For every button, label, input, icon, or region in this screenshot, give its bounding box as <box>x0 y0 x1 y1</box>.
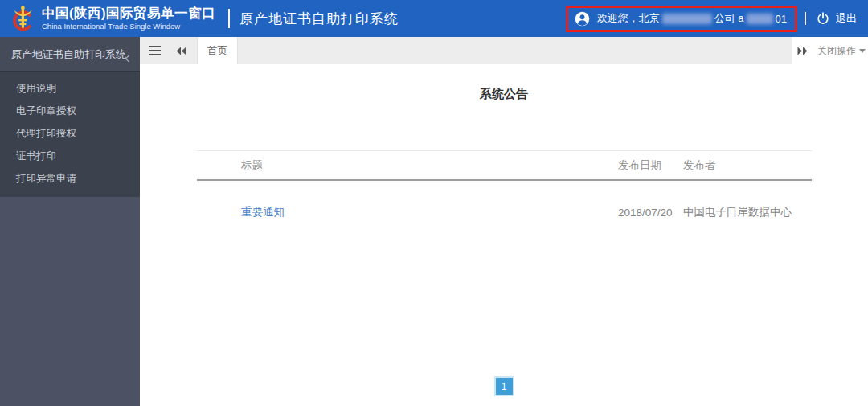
scroll-tabs-left-icon[interactable] <box>176 47 186 55</box>
sidebar-menu: 使用说明 电子印章授权 代理打印授权 证书打印 打印异常申请 <box>0 71 140 197</box>
sidebar-title: 原产地证书自助打印系统 <box>11 48 126 60</box>
page-button-1[interactable]: 1 <box>494 376 514 396</box>
account-suffix: 01 <box>776 13 787 25</box>
tab-bar-right-panel: 关闭操作 <box>792 37 868 64</box>
tab-home-label: 首页 <box>207 44 227 58</box>
brand: 中国(陕西)国际贸易单一窗口 China International Trade… <box>0 4 399 34</box>
notice-publisher: 中国电子口岸数据中心 <box>683 205 812 219</box>
main-content: 系统公告 标题 发布日期 发布者 重要通知 2018/07/20 中国电子口岸数… <box>140 64 868 406</box>
column-header-date: 发布日期 <box>618 158 683 173</box>
redacted-company-name <box>662 14 712 24</box>
tab-bar: 首页 关闭操作 <box>140 37 868 64</box>
sidebar-header[interactable]: 原产地证书自助打印系统 <box>0 37 140 71</box>
tab-home[interactable]: 首页 <box>197 37 238 64</box>
brand-subtitle: China International Trade Single Window <box>42 23 215 31</box>
announcement-table: 标题 发布日期 发布者 重要通知 2018/07/20 中国电子口岸数据中心 <box>197 150 812 219</box>
company-label: 公司 a <box>714 11 744 26</box>
brand-title: 中国(陕西)国际贸易单一窗口 <box>42 6 215 20</box>
close-operations-dropdown[interactable]: 关闭操作 <box>817 44 866 58</box>
logout-button[interactable]: 退出 <box>817 11 857 26</box>
sidebar: 原产地证书自助打印系统 使用说明 电子印章授权 代理打印授权 证书打印 打印异常… <box>0 37 140 406</box>
table-header-row: 标题 发布日期 发布者 <box>197 150 812 181</box>
user-area: 欢迎您，北京 公司 a 01 退出 <box>566 6 868 32</box>
notice-date: 2018/07/20 <box>618 207 683 219</box>
logout-divider <box>805 12 806 25</box>
customs-caduceus-logo-icon <box>8 4 38 34</box>
sidebar-item-usage-instructions[interactable]: 使用说明 <box>0 77 140 100</box>
table-row: 重要通知 2018/07/20 中国电子口岸数据中心 <box>197 205 812 219</box>
user-avatar-icon <box>575 11 590 27</box>
notice-link[interactable]: 重要通知 <box>241 206 285 218</box>
title-divider <box>228 9 230 28</box>
page-title: 系统公告 <box>140 87 868 102</box>
annotation-box: 欢迎您，北京 公司 a 01 <box>566 6 797 32</box>
column-header-title: 标题 <box>197 158 618 173</box>
logout-label: 退出 <box>836 11 857 26</box>
menu-toggle-icon[interactable] <box>149 43 161 58</box>
welcome-text: 欢迎您，北京 <box>597 11 660 26</box>
sidebar-item-agent-print-authorization[interactable]: 代理打印授权 <box>0 122 140 145</box>
redacted-account <box>747 14 773 24</box>
top-header: 中国(陕西)国际贸易单一窗口 China International Trade… <box>0 0 868 37</box>
brand-text: 中国(陕西)国际贸易单一窗口 China International Trade… <box>42 6 215 30</box>
caret-down-icon <box>859 49 866 53</box>
sidebar-item-print-exception-request[interactable]: 打印异常申请 <box>0 167 140 190</box>
pagination: 1 <box>140 376 868 396</box>
app-title: 原产地证书自助打印系统 <box>240 10 399 28</box>
power-icon <box>817 12 829 25</box>
scroll-tabs-right-icon[interactable] <box>797 47 808 55</box>
column-header-publisher: 发布者 <box>683 158 812 173</box>
sidebar-item-eseal-authorization[interactable]: 电子印章授权 <box>0 100 140 122</box>
sidebar-item-certificate-print[interactable]: 证书打印 <box>0 145 140 167</box>
chevron-left-icon[interactable] <box>125 55 132 62</box>
close-operations-label: 关闭操作 <box>817 44 856 58</box>
